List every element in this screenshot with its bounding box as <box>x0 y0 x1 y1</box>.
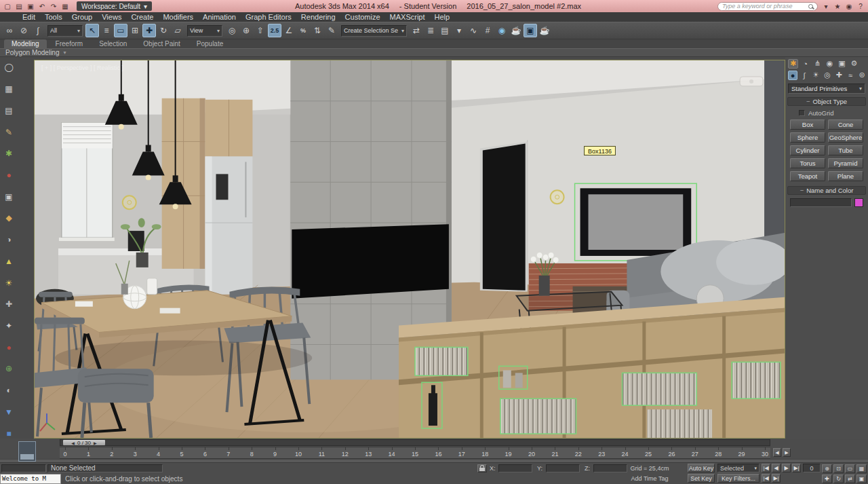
next-frame-arrow-icon[interactable]: ▶ <box>94 441 97 445</box>
create-tube-button[interactable]: Tube <box>828 145 863 155</box>
current-frame-field[interactable]: 0 <box>803 464 821 472</box>
mini-viewport-thumbnail[interactable] <box>18 441 36 462</box>
left-toolbar-icon-2[interactable]: ▦ <box>4 84 14 94</box>
spinner-snap-icon[interactable]: ⇅ <box>311 24 324 37</box>
help-icon[interactable]: ? <box>856 1 865 11</box>
communication-center-icon[interactable]: ◉ <box>844 1 854 11</box>
motion-tab[interactable]: ◉ <box>825 59 835 69</box>
rendered-frame-icon[interactable]: ▣ <box>524 24 537 37</box>
angle-snap-icon[interactable]: ∠ <box>282 24 296 37</box>
spacewarps-category[interactable]: ≈ <box>846 71 855 80</box>
left-toolbar-icon-5[interactable]: ✱ <box>4 149 14 159</box>
books-selected-4[interactable] <box>732 362 781 398</box>
select-and-manipulate-icon[interactable]: ⊕ <box>239 24 253 37</box>
object-type-rollout-header[interactable]: − Object Type <box>787 97 866 106</box>
create-cylinder-button[interactable]: Cylinder <box>790 145 825 155</box>
create-plane-button[interactable]: Plane <box>828 171 863 181</box>
shapes-category[interactable]: ∫ <box>800 71 809 80</box>
create-box-button[interactable]: Box <box>790 119 825 130</box>
play-animation-icon[interactable]: ▶ <box>782 464 791 472</box>
field-of-view-icon[interactable]: ⇄ <box>845 474 855 483</box>
select-and-move-icon[interactable]: ✚ <box>142 24 156 37</box>
utilities-tab[interactable]: ⚙ <box>849 59 859 69</box>
go-to-end-icon[interactable]: ▶| <box>792 464 801 472</box>
geometry-category[interactable]: ● <box>788 71 797 80</box>
create-tab[interactable]: ✱ <box>788 59 798 69</box>
create-pyramid-button[interactable]: Pyramid <box>828 158 863 168</box>
menu-item-maxscript[interactable]: MAXScript <box>385 12 430 22</box>
tab-freeform[interactable]: Freeform <box>48 39 91 48</box>
project-folder-icon[interactable]: ▦ <box>60 1 70 11</box>
name-color-rollout-header[interactable]: − Name and Color <box>787 186 866 195</box>
use-pivot-center-icon[interactable]: ◎ <box>225 24 239 37</box>
macro-recorder-field[interactable] <box>1 464 46 472</box>
left-toolbar-icon-4[interactable]: ✎ <box>4 127 14 137</box>
orbit-icon[interactable]: ↻ <box>833 474 844 483</box>
bind-to-space-warp-icon[interactable]: ∫ <box>31 24 45 37</box>
selection-filter-dropdown[interactable]: All▾ <box>47 25 83 37</box>
timeline-scroll-right-icon[interactable]: ▶ <box>783 448 791 457</box>
kitchen-window[interactable] <box>59 123 115 241</box>
menu-item-views[interactable]: Views <box>97 12 126 22</box>
object-name-input[interactable] <box>790 198 852 207</box>
go-to-start-icon[interactable]: |◀ <box>762 464 770 472</box>
time-slider-track[interactable]: ◀ 0 / 30 ▶ <box>60 439 770 446</box>
left-toolbar-icon-18[interactable]: ■ <box>4 428 14 439</box>
save-file-icon[interactable]: ▣ <box>26 1 35 11</box>
render-setup-icon[interactable]: ☕ <box>509 24 523 37</box>
perspective-viewport[interactable]: Box1136 [ + ] [ Perspective ] [ Realisti… <box>34 60 785 439</box>
menu-item-rendering[interactable]: Rendering <box>296 12 340 22</box>
create-cone-button[interactable]: Cone <box>828 119 863 130</box>
material-editor-icon[interactable]: ◉ <box>495 24 509 37</box>
menu-item-animation[interactable]: Animation <box>198 12 241 22</box>
pan-icon[interactable]: ✚ <box>822 474 832 483</box>
left-toolbar-icon-6[interactable]: ● <box>4 170 14 181</box>
named-selection-dropdown[interactable]: Create Selection Se▾ <box>341 25 407 37</box>
left-toolbar-icon-10[interactable]: ▲ <box>4 256 14 266</box>
select-and-scale-icon[interactable]: ▱ <box>171 24 184 37</box>
create-sphere-button[interactable]: Sphere <box>790 132 825 143</box>
maximize-viewport-icon[interactable]: ▣ <box>856 474 867 483</box>
schematic-view-icon[interactable]: # <box>481 24 494 37</box>
time-slider-handle[interactable]: ◀ 0 / 30 ▶ <box>63 440 105 445</box>
next-key-icon[interactable]: ▶| <box>772 474 781 483</box>
autogrid-checkbox[interactable] <box>799 110 805 116</box>
previous-frame-arrow-icon[interactable]: ◀ <box>71 441 75 445</box>
modify-tab[interactable]: ◔ <box>800 59 810 69</box>
search-input[interactable]: Type a keyword or phrase <box>717 2 818 11</box>
select-and-link-icon[interactable]: ∞ <box>3 24 16 37</box>
percent-snap-icon[interactable]: % <box>296 24 310 37</box>
align-icon[interactable]: ≣ <box>424 24 437 37</box>
left-toolbar-icon-16[interactable]: ◐ <box>4 386 14 396</box>
ribbon-panel-bar[interactable]: Polygon Modeling ▾ <box>0 48 868 57</box>
curve-editor-icon[interactable]: ∿ <box>467 24 480 37</box>
books-selected-1[interactable] <box>415 347 468 375</box>
select-by-name-icon[interactable]: ≡ <box>100 24 113 37</box>
menu-item-help[interactable]: Help <box>430 12 455 22</box>
auto-key-button[interactable]: Auto Key <box>688 464 715 472</box>
x-coordinate-field[interactable] <box>498 464 532 472</box>
left-toolbar-icon-13[interactable]: ✦ <box>4 321 14 331</box>
left-toolbar-icon-17[interactable]: ▼ <box>4 407 14 417</box>
previous-frame-icon[interactable]: ◀ <box>772 464 781 472</box>
unlink-selection-icon[interactable]: ⊘ <box>17 24 31 37</box>
viewport-label[interactable]: [ + ] [ Perspective ] [ Realistic ] <box>41 64 123 71</box>
select-object-icon[interactable]: ↖ <box>85 24 99 37</box>
left-toolbar-icon-9[interactable]: ◑ <box>4 235 14 245</box>
left-toolbar-icon-8[interactable]: ◆ <box>4 213 14 223</box>
hierarchy-tab[interactable]: ⋔ <box>812 59 823 69</box>
timeline-scroll-left-icon[interactable]: ◀ <box>773 448 781 457</box>
zoom-extents-icon[interactable]: ▭ <box>845 464 855 473</box>
ceiling-light-fixture[interactable] <box>740 77 763 86</box>
left-toolbar-icon-7[interactable]: ▣ <box>4 191 14 202</box>
menu-item-modifiers[interactable]: Modifiers <box>158 12 198 22</box>
object-color-swatch[interactable] <box>854 198 863 207</box>
left-toolbar-icon-15[interactable]: ⊕ <box>4 364 14 374</box>
left-toolbar-icon-12[interactable]: ✚ <box>4 299 14 310</box>
fireplace-opening[interactable] <box>292 224 449 299</box>
tab-modeling[interactable]: Modeling <box>4 39 47 48</box>
menu-item-group[interactable]: Group <box>67 12 98 22</box>
open-file-icon[interactable]: ▤ <box>14 1 24 11</box>
mirror-icon[interactable]: ⇄ <box>410 24 423 37</box>
menu-item-graph-editors[interactable]: Graph Editors <box>241 12 296 22</box>
